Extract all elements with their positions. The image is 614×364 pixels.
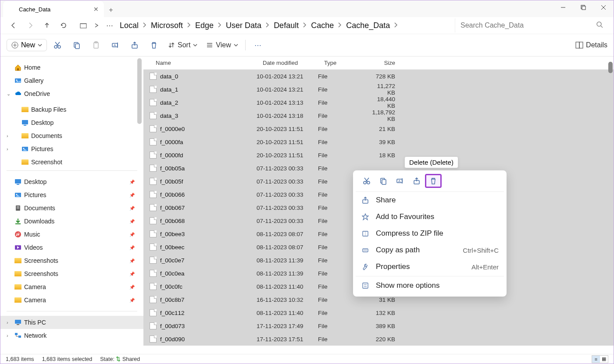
sidebar-item[interactable]: Home [0,61,143,74]
sidebar-item[interactable]: Desktop [0,116,143,129]
cut-button[interactable] [49,36,66,54]
ctx-copy-button[interactable] [375,174,392,188]
new-tab-button[interactable]: + [104,3,118,17]
ctx-delete-button[interactable] [425,174,442,188]
context-menu-item[interactable]: Show more options [356,277,504,294]
chevron-icon[interactable]: › [7,146,8,152]
refresh-button[interactable] [56,18,71,32]
chevron-right-icon[interactable] [392,21,400,29]
new-button[interactable]: New [7,39,47,51]
plus-circle-icon [11,42,18,49]
chevron-icon[interactable]: › [7,320,8,325]
file-size: 39 KB [368,139,399,145]
breadcrumb-segment[interactable]: Local [118,20,140,31]
share-button[interactable] [126,36,143,54]
sort-button[interactable]: Sort [164,39,201,51]
file-name: f_00b066 [160,191,257,198]
sidebar-item[interactable]: Camera📌 [0,293,143,307]
up-button[interactable] [39,18,55,32]
context-menu-item[interactable]: Share [356,192,504,209]
sidebar-item[interactable]: Desktop📌 [0,175,143,188]
view-toggle[interactable]: ≡ ▦ [592,355,608,363]
sidebar-item[interactable]: Screenshots📌 [0,267,143,280]
chevron-icon[interactable]: ⌄ [7,91,11,97]
breadcrumb-segment[interactable]: Microsoft [149,20,185,31]
view-grid-icon[interactable]: ▦ [600,356,608,363]
breadcrumb-history-chevron[interactable] [90,18,103,32]
sidebar-item[interactable]: Backup Files [0,103,143,116]
column-name[interactable]: Name [150,60,257,66]
ctx-cut-button[interactable] [358,174,375,188]
chevron-icon[interactable]: › [7,133,8,138]
back-button[interactable] [6,18,21,32]
chevron-icon[interactable]: › [7,333,8,338]
file-row[interactable]: f_0000e020-10-2023 11:51File21 KB [143,122,614,135]
sidebar-item[interactable]: ⌄OneDrive [0,87,143,100]
file-name: f_0000fd [160,152,257,159]
file-size: 21 KB [368,126,399,132]
sidebar-item[interactable]: Screenshot [0,155,143,169]
sidebar-item[interactable]: ›Documents [0,129,143,142]
view-button[interactable]: View [203,39,241,51]
column-size[interactable]: Size [368,60,399,66]
star-icon [361,213,370,220]
sidebar-item[interactable]: Camera📌 [0,280,143,293]
file-row[interactable]: f_0000fa20-10-2023 11:51File39 KB [143,135,614,148]
status-bar: 1,683 items 1,683 items selected State: … [0,354,614,364]
sidebar-item[interactable]: Documents📌 [0,201,143,215]
file-icon [150,191,157,198]
sidebar-item[interactable]: Downloads📌 [0,215,143,228]
forward-button[interactable] [22,18,38,32]
sidebar-item-label: Home [24,64,40,71]
breadcrumb-segment[interactable]: Edge [193,20,215,31]
file-row[interactable]: data_110-01-2024 13:21File11,272 KB [143,83,614,96]
breadcrumb-segment[interactable]: Cache_Data [344,20,392,31]
sidebar-item[interactable]: ›Pictures [0,142,143,155]
tab[interactable]: Cache_Data ✕ [3,1,104,17]
sidebar-item[interactable]: Gallery [0,74,143,87]
more-button[interactable]: ⋯ [249,36,267,54]
file-row[interactable]: f_00c11208-11-2023 11:40File132 KB [143,306,614,319]
sidebar-item[interactable]: ›Network [0,329,143,342]
view-details-icon[interactable]: ≡ [592,356,600,363]
sidebar-item[interactable]: Screenshots📌 [0,254,143,267]
column-date[interactable]: Date modified [257,60,318,66]
sidebar-item[interactable]: ›This PC [0,316,143,329]
main-scrollbar[interactable] [608,62,613,73]
breadcrumb[interactable]: LocalMicrosoftEdgeUser DataDefaultCacheC… [116,20,452,31]
breadcrumb-segment[interactable]: Cache [309,20,336,31]
sidebar-item[interactable]: Pictures📌 [0,188,143,201]
search-input[interactable] [460,21,603,29]
minimize-button[interactable] [553,0,573,14]
breadcrumb-segment[interactable]: User Data [224,20,263,31]
maximize-button[interactable] [573,0,593,14]
column-type[interactable]: Type [318,60,368,66]
context-menu-item[interactable]: Copy as pathCtrl+Shift+C [356,242,504,258]
breadcrumb-segment[interactable]: Default [272,20,300,31]
search-box[interactable] [455,18,608,32]
file-row[interactable]: data_010-01-2024 13:21File728 KB [143,70,614,83]
delete-button[interactable] [145,36,163,54]
close-button[interactable] [593,0,614,14]
details-button[interactable]: Details [575,41,607,49]
location-icon[interactable] [77,18,90,32]
file-row[interactable]: data_310-01-2024 13:18File1,18,792 KB [143,109,614,122]
ctx-share-button[interactable] [408,174,425,188]
file-row[interactable]: f_0000fd20-10-2023 11:51File18 KB [143,148,614,162]
context-menu-item[interactable]: Compress to ZIP file [356,225,504,242]
file-name: f_00beec [160,244,257,251]
file-row[interactable]: f_00d09017-11-2023 17:51File220 KB [143,332,614,346]
file-row[interactable]: data_210-01-2024 13:13File18,440 KB [143,96,614,109]
tab-close-button[interactable]: ✕ [93,7,99,12]
sidebar-item[interactable]: Videos📌 [0,241,143,254]
ctx-rename-button[interactable]: A [392,174,408,188]
rename-button[interactable]: A [107,36,124,54]
sidebar-item[interactable]: Music📌 [0,228,143,241]
file-row[interactable]: f_00d07317-11-2023 17:49File389 KB [143,319,614,332]
breadcrumb-overflow[interactable]: ⋯ [103,18,116,32]
videos-icon [14,244,21,251]
context-menu-item[interactable]: PropertiesAlt+Enter [356,258,504,275]
paste-button[interactable] [87,36,105,54]
context-menu-item[interactable]: Add to Favourites [356,209,504,225]
copy-button[interactable] [68,36,86,54]
